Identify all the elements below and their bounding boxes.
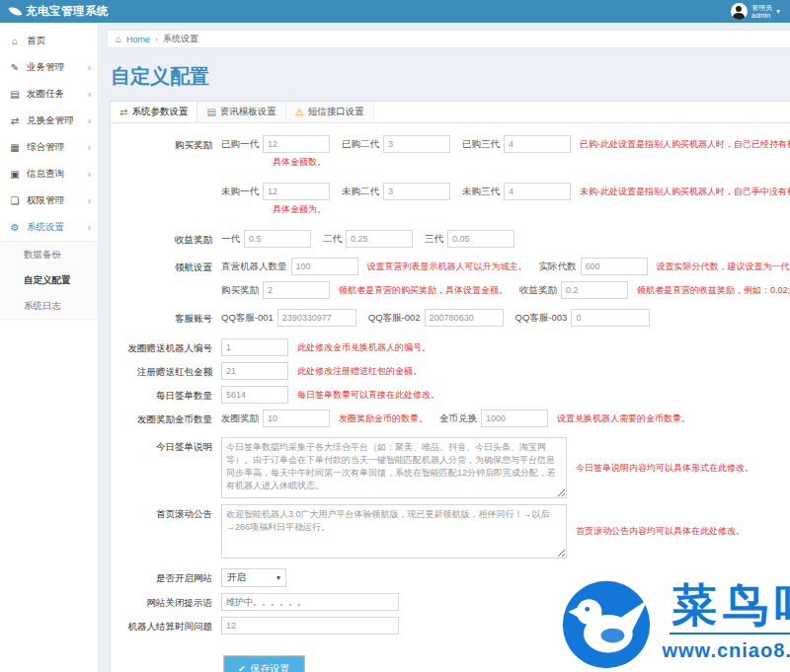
- helper-note: 此处修改注册赠送红包的金额。: [297, 365, 422, 378]
- register-redpacket-input[interactable]: [221, 362, 288, 380]
- page-title: 自定义配置: [111, 63, 790, 90]
- watermark-site-name: 菜鸟吧: [670, 579, 790, 635]
- tab-sms-api[interactable]: ⚠ 短信接口设置: [286, 102, 374, 122]
- check-icon: ✔: [238, 664, 246, 672]
- helper-note: 此处修改金币兑换机器人的编号。: [297, 341, 431, 354]
- helper-note: 每日签单数量可以直接在此处修改。: [297, 389, 439, 402]
- submenu-item-custom-config[interactable]: 自定义配置: [0, 267, 98, 293]
- field-label: 注册赠送红包金额: [122, 362, 221, 379]
- field-label: 网站关闭提示语: [122, 593, 221, 610]
- sidebar-item-exchange[interactable]: ⇄ 兑换金管理 ∨: [0, 108, 98, 134]
- today-sign-textarea[interactable]: 今日签单数据均采集于各大综合平台（如：聚美、唯品、抖音、今日头条、淘宝网等）。由…: [221, 437, 567, 498]
- sidebar-item-info[interactable]: ▣ 信息查询 ∨: [0, 161, 98, 187]
- qq-service-003-input[interactable]: [571, 309, 650, 327]
- chevron-down-icon: ∨: [87, 224, 92, 232]
- pilot-income-reward-input[interactable]: [561, 281, 628, 299]
- circle-reward-input[interactable]: [263, 410, 330, 427]
- chevron-down-icon: ∨: [87, 91, 92, 99]
- sidebar-item-permission[interactable]: ❏ 权限管理 ∨: [0, 187, 98, 214]
- helper-note: 首页滚动公告内容均可以具体在此处修改。: [576, 525, 745, 538]
- bird-logo-icon: [561, 579, 652, 670]
- helper-note: 发圈奖励金币的数量。: [339, 412, 428, 425]
- unbought-gen1-input[interactable]: [263, 183, 330, 200]
- home-icon: ⌂: [9, 36, 21, 46]
- daily-orders-input[interactable]: [221, 386, 288, 404]
- field-label: 今日签单说明: [122, 441, 221, 454]
- breadcrumb-home-icon: ⌂: [116, 34, 121, 44]
- bought-gen1-input[interactable]: [263, 135, 330, 153]
- bought-gen2-input[interactable]: [383, 135, 450, 153]
- website-open-select[interactable]: 开启 ▾: [221, 568, 286, 587]
- qq-service-001-input[interactable]: [277, 309, 356, 327]
- row-service-accounts: 客服账号 QQ客服-001 QQ客服-002 QQ客服-003: [122, 309, 790, 327]
- sidebar-item-general[interactable]: ▦ 综合管理 ∨: [0, 134, 98, 161]
- pilot-buy-reward-input[interactable]: [263, 281, 330, 299]
- site-watermark: 菜鸟吧 www.cniao8.com: [561, 579, 790, 670]
- row-buy-reward-bought: 购买奖励 已购一代 已购二代 已购三代 已购·此处设置是指别人购买机器人时，自己…: [122, 135, 790, 177]
- save-button[interactable]: ✔ 保存设置: [224, 656, 304, 672]
- home-notice-textarea[interactable]: 欢迎智能机器人3.0广大用户平台体验领航版，现已更新领航版，相伴同行！→以后→2…: [221, 504, 567, 559]
- exchange-icon: ⇄: [9, 115, 21, 126]
- tab-system-params[interactable]: ⇄ 系统参数设置: [111, 102, 198, 122]
- pilot-robot-count-input[interactable]: [291, 258, 358, 275]
- submenu-item-system-log[interactable]: 系统日志: [0, 293, 98, 319]
- robot-settle-input[interactable]: [221, 617, 399, 635]
- chevron-down-icon: ∨: [87, 171, 92, 179]
- site-close-tip-input[interactable]: [221, 593, 399, 611]
- field-label: 客服账号: [122, 309, 221, 326]
- unbought-gen3-input[interactable]: [504, 183, 571, 200]
- helper-subnote: 具体金额为。: [273, 203, 790, 216]
- system-settings-submenu: 数据备份 自定义配置 系统日志: [0, 241, 98, 320]
- row-register-redpacket: 注册赠送红包金额 此处修改注册赠送红包的金额。: [122, 362, 790, 380]
- sidebar: ⌂ 首页 ✎ 业务管理 ∨ ▤ 发圈任务 ∨ ⇄ 兑换金管理 ∨ ▦ 综合管理 …: [0, 23, 99, 672]
- bought-gen3-input[interactable]: [504, 135, 571, 153]
- helper-note: 设置直营列表显示机器人可以升为城主。: [367, 261, 527, 273]
- field-label: 收益奖励: [122, 230, 221, 247]
- helper-note: 领航者是直营的收益奖励，例如：0.02元。: [637, 284, 790, 297]
- helper-note: 已购·此处设置是指别人购买机器人时，自己已经持有机器人。: [580, 138, 790, 151]
- submenu-item-backup[interactable]: 数据备份: [0, 242, 98, 267]
- income-gen1-input[interactable]: [244, 230, 311, 248]
- sidebar-item-home[interactable]: ⌂ 首页: [0, 28, 98, 54]
- row-pilot-1: 领航设置 直营机器人数量 设置直营列表显示机器人可以升为城主。 实际代数 设置实…: [122, 258, 790, 275]
- params-icon: ⇄: [119, 107, 127, 117]
- row-pilot-2: 购买奖励 领航者是直营的购买奖励，具体设置金额。 收益奖励 领航者是直营的收益奖…: [122, 281, 790, 299]
- card-icon: ▣: [9, 169, 21, 180]
- helper-subnote: 具体金额数。: [273, 156, 790, 169]
- row-buy-reward-unbought: 未购一代 未购二代 未购三代 未购·此处设置是指别人购买机器人时，自己手中没有机…: [122, 183, 790, 224]
- user-name: 管理员: [751, 4, 772, 11]
- helper-note: 设置实际分代数，建议设置为一代。: [657, 261, 790, 273]
- user-caret-down-icon: ▾: [776, 7, 780, 16]
- sidebar-item-system-settings[interactable]: ⚙ 系统设置 ∨: [0, 214, 98, 241]
- grid-icon: ▦: [9, 142, 21, 153]
- field-label: 机器人结算时间问题: [122, 617, 221, 634]
- helper-note: 设置兑换机器人需要的金币数量。: [557, 412, 690, 425]
- book-icon: ▤: [9, 89, 21, 100]
- gift-robot-input[interactable]: [221, 338, 288, 356]
- tab-news-template[interactable]: ▤ 资讯模板设置: [198, 102, 285, 122]
- pilot-actual-gen-input[interactable]: [581, 258, 648, 275]
- row-coin-reward: 发圈奖励金币数量 发圈奖励 发圈奖励金币的数量。 金币兑换 设置兑换机器人需要的…: [122, 410, 790, 427]
- app-brand[interactable]: 充电宝管理系统: [0, 4, 109, 19]
- row-gift-robot: 发圈赠送机器人编号 此处修改金币兑换机器人的编号。: [122, 338, 790, 356]
- breadcrumb: ⌂ Home › 系统设置: [107, 30, 790, 48]
- income-gen3-input[interactable]: [447, 230, 514, 248]
- warning-icon: ⚠: [295, 107, 304, 117]
- unbought-gen2-input[interactable]: [383, 183, 450, 200]
- field-label: 发圈赠送机器人编号: [122, 338, 221, 355]
- user-menu[interactable]: 管理员 admin ▾: [731, 3, 790, 20]
- qq-service-002-input[interactable]: [425, 309, 504, 327]
- coin-exchange-input[interactable]: [481, 410, 548, 427]
- sidebar-item-tasks[interactable]: ▤ 发圈任务 ∨: [0, 81, 98, 108]
- chevron-down-icon: ∨: [87, 117, 92, 125]
- field-label: 每日签单数量: [122, 386, 221, 403]
- list-icon: ▤: [206, 107, 215, 117]
- chevron-down-icon: ∨: [87, 197, 92, 205]
- select-caret-down-icon: ▾: [276, 573, 280, 582]
- breadcrumb-home-link[interactable]: Home: [126, 35, 150, 44]
- row-daily-orders: 每日签单数量 每日签单数量可以直接在此处修改。: [122, 386, 790, 404]
- income-gen2-input[interactable]: [346, 230, 413, 248]
- row-today-sign: 今日签单说明 今日签单数据均采集于各大综合平台（如：聚美、唯品、抖音、今日头条、…: [122, 437, 790, 498]
- top-navbar: 充电宝管理系统 管理员 admin ▾: [0, 0, 790, 23]
- sidebar-item-business[interactable]: ✎ 业务管理 ∨: [0, 54, 98, 81]
